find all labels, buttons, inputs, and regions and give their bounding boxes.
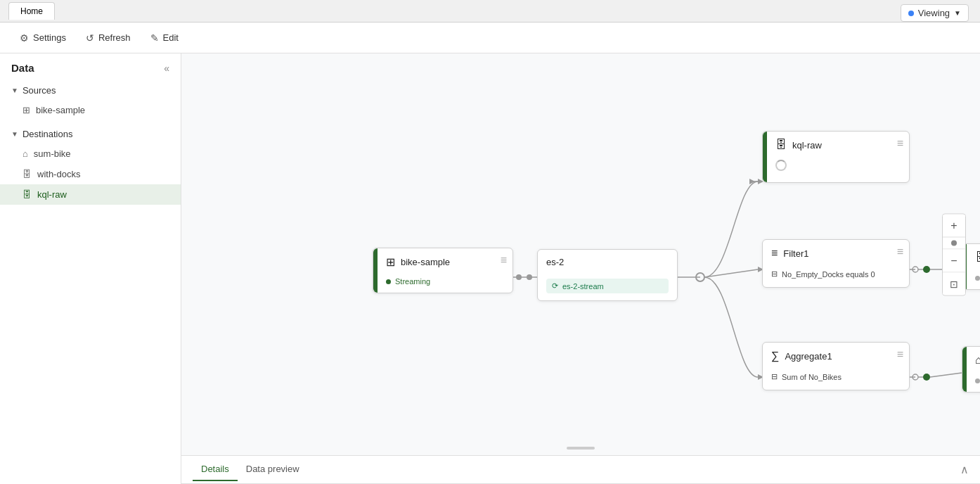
tab-bar: Home Viewing ▼	[0, 0, 980, 23]
agg-rule-icon: ⊟	[771, 372, 778, 381]
node-kql-raw[interactable]: 🗄 kql-raw ≡	[762, 131, 910, 183]
svg-point-16	[913, 374, 918, 380]
sidebar-item-with-docks[interactable]: 🗄 with-docks	[0, 164, 181, 184]
bottom-tab-actions: ∧	[960, 463, 969, 476]
agg-menu-icon[interactable]: ≡	[897, 348, 903, 361]
zoom-controls: + − ⊡	[942, 213, 966, 295]
stream-icon: ⟳	[552, 281, 558, 291]
kql-menu-icon[interactable]: ≡	[897, 137, 903, 150]
withdocks-icon: 🗄	[975, 251, 980, 264]
panel-collapse-icon[interactable]: ∧	[960, 463, 969, 476]
bottom-panel: Details Data preview ∧	[181, 455, 980, 484]
loading-spinner	[775, 160, 787, 171]
withdocks-status: Created	[975, 274, 980, 282]
svg-point-5	[696, 273, 704, 281]
node-es2[interactable]: es-2 ⟳ es-2-stream	[537, 249, 678, 301]
refresh-button[interactable]: ↺ Refresh	[77, 28, 139, 48]
sources-section-header[interactable]: ▼ Sources	[0, 79, 181, 100]
zoom-fit-button[interactable]: ⊡	[943, 272, 965, 295]
svg-point-1	[516, 274, 522, 280]
zoom-divider	[943, 236, 965, 237]
filter-menu-icon[interactable]: ≡	[897, 246, 903, 258]
refresh-icon: ↺	[86, 32, 94, 44]
canvas-area[interactable]: ⊞ bike-sample Streaming ≡ es-2	[181, 53, 980, 455]
node-sum-bike[interactable]: ⌂ sum-bike Created ≡ ✦	[962, 346, 980, 393]
edit-icon: ✎	[150, 32, 159, 44]
es2-stream: ⟳ es-2-stream	[546, 279, 669, 293]
filter-rule: ⊟ No_Empty_Docks equals 0	[771, 268, 901, 280]
es2-title: es-2	[546, 257, 564, 267]
sumbike-icon: ⌂	[975, 354, 980, 367]
edit-button[interactable]: ✎ Edit	[142, 28, 187, 48]
sources-chevron-icon: ▼	[11, 87, 18, 94]
bottom-tabs: Details Data preview ∧	[181, 456, 980, 484]
sigma-icon: ∑	[771, 350, 779, 362]
sumbike-bar	[962, 347, 967, 392]
sidebar-section-sources: ▼ Sources ⊞ bike-sample	[0, 79, 181, 120]
sidebar-section-destinations: ▼ Destinations ⌂ sum-bike 🗄 with-docks 🗄…	[0, 123, 181, 205]
node-bike-sample[interactable]: ⊞ bike-sample Streaming ≡	[373, 248, 513, 293]
node-aggregate1[interactable]: ∑ Aggregate1 ⊟ Sum of No_Bikes ≡	[762, 342, 910, 390]
table-icon: ⊞	[22, 105, 30, 115]
filter-title: Filter1	[783, 248, 808, 259]
chevron-down-icon: ▼	[954, 9, 961, 17]
gear-icon: ⚙	[20, 32, 29, 44]
bike-sample-title: bike-sample	[401, 257, 450, 267]
streaming-dot	[386, 279, 391, 284]
source-bar	[373, 248, 378, 293]
node-filter1[interactable]: ≡ Filter1 ⊟ No_Empty_Docks equals 0 ≡	[762, 239, 910, 288]
settings-button[interactable]: ⚙ Settings	[11, 28, 75, 48]
viewing-dot	[908, 11, 914, 16]
scroll-hint	[567, 447, 595, 450]
tab-details[interactable]: Details	[193, 458, 238, 481]
svg-point-18	[923, 374, 930, 381]
toolbar: ⚙ Settings ↺ Refresh ✎ Edit	[0, 23, 980, 53]
kql-title: kql-raw	[792, 140, 822, 151]
kql-bar	[763, 132, 767, 182]
viewing-label: Viewing	[918, 8, 950, 18]
viewing-badge[interactable]: Viewing ▼	[901, 4, 969, 22]
zoom-position-indicator	[951, 240, 957, 246]
rule-icon: ⊟	[771, 269, 778, 279]
tab-data-preview[interactable]: Data preview	[238, 458, 308, 481]
database-icon: 🗄	[22, 169, 32, 179]
destinations-chevron-icon: ▼	[11, 130, 18, 138]
destinations-section-header[interactable]: ▼ Destinations	[0, 123, 181, 144]
zoom-out-button[interactable]: −	[943, 249, 965, 272]
node-menu-icon[interactable]: ≡	[501, 254, 507, 267]
kql-icon: 🗄	[775, 139, 787, 151]
sumbike-status: Created	[975, 376, 980, 385]
sidebar-title: Data	[11, 62, 34, 74]
aggregate-title: Aggregate1	[785, 351, 832, 362]
main-layout: Data « ▼ Sources ⊞ bike-sample ▼ Destina…	[0, 53, 980, 484]
svg-marker-21	[749, 179, 755, 184]
sumbike-dot	[975, 378, 980, 383]
svg-point-2	[527, 274, 532, 280]
home-tab[interactable]: Home	[8, 2, 55, 20]
table-node-icon: ⊞	[386, 255, 395, 269]
agg-rule: ⊟ Sum of No_Bikes	[771, 371, 901, 383]
withdocks-dot	[975, 276, 980, 281]
sidebar-header: Data «	[0, 53, 181, 79]
sidebar: Data « ▼ Sources ⊞ bike-sample ▼ Destina…	[0, 53, 181, 484]
source-status: Streaming	[386, 277, 504, 286]
sidebar-collapse-button[interactable]: «	[164, 63, 169, 74]
filter-icon: ≡	[771, 247, 778, 260]
svg-line-19	[930, 373, 962, 377]
svg-point-11	[913, 267, 918, 272]
svg-line-7	[704, 269, 758, 277]
sidebar-item-sum-bike[interactable]: ⌂ sum-bike	[0, 144, 181, 164]
canvas: ⊞ bike-sample Streaming ≡ es-2	[181, 53, 980, 484]
sidebar-item-bike-sample[interactable]: ⊞ bike-sample	[0, 100, 181, 120]
svg-point-13	[923, 266, 930, 273]
home-icon: ⌂	[22, 148, 28, 159]
sidebar-item-kql-raw[interactable]: 🗄 kql-raw	[0, 184, 181, 205]
zoom-in-button[interactable]: +	[943, 214, 965, 236]
database-active-icon: 🗄	[22, 189, 32, 200]
